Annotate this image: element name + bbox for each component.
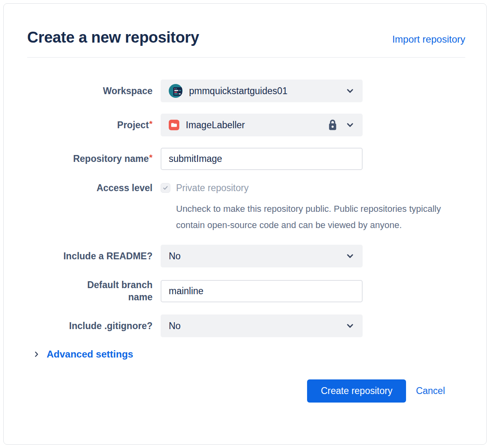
default-branch-label: Default branch name bbox=[27, 279, 153, 303]
include-gitignore-row: Include .gitignore? No bbox=[27, 314, 465, 337]
create-repository-dialog: Create a new repository Import repositor… bbox=[3, 3, 487, 445]
workspace-row: Workspace bbox=[27, 80, 465, 102]
page-title: Create a new repository bbox=[27, 28, 199, 47]
required-asterisk: * bbox=[149, 153, 153, 162]
private-repository-label: Private repository bbox=[176, 183, 249, 194]
repository-name-label: Repository name* bbox=[27, 153, 153, 165]
chevron-down-icon bbox=[346, 121, 355, 129]
dialog-footer: Create repository Cancel bbox=[27, 379, 465, 403]
project-label: Project* bbox=[27, 119, 153, 131]
private-repository-option: Private repository bbox=[161, 181, 449, 194]
access-level-help-text: Uncheck to make this repository public. … bbox=[176, 201, 449, 233]
default-branch-row: Default branch name bbox=[27, 279, 465, 303]
repository-name-input[interactable] bbox=[161, 148, 363, 170]
required-asterisk: * bbox=[149, 119, 153, 128]
private-repository-checkbox[interactable] bbox=[161, 183, 170, 193]
dialog-header: Create a new repository Import repositor… bbox=[27, 28, 465, 47]
import-repository-link[interactable]: Import repository bbox=[392, 34, 465, 45]
access-level-label: Access level bbox=[27, 181, 153, 194]
repository-name-row: Repository name* bbox=[27, 148, 465, 170]
workspace-value: pmmquickstartguides01 bbox=[189, 86, 288, 97]
advanced-settings-label: Advanced settings bbox=[47, 349, 133, 360]
chevron-down-icon bbox=[346, 86, 355, 95]
workspace-select[interactable]: pmmquickstartguides01 bbox=[161, 80, 363, 102]
project-select[interactable]: ImageLabeller bbox=[161, 114, 363, 136]
create-repository-button[interactable]: Create repository bbox=[307, 379, 406, 403]
include-readme-value: No bbox=[169, 251, 181, 262]
project-row: Project* ImageLabeller bbox=[27, 114, 465, 136]
include-gitignore-select[interactable]: No bbox=[161, 314, 363, 337]
cancel-button[interactable]: Cancel bbox=[416, 386, 445, 396]
advanced-settings-toggle[interactable]: Advanced settings bbox=[33, 349, 465, 360]
workspace-label: Workspace bbox=[27, 85, 153, 97]
include-readme-row: Include a README? No bbox=[27, 245, 465, 267]
include-gitignore-value: No bbox=[169, 321, 181, 332]
include-gitignore-label: Include .gitignore? bbox=[27, 320, 153, 332]
include-readme-select[interactable]: No bbox=[161, 245, 363, 267]
checkmark-icon bbox=[162, 185, 169, 191]
lock-icon bbox=[327, 119, 338, 131]
access-level-row: Access level Private repository Uncheck … bbox=[27, 181, 465, 233]
default-branch-input[interactable] bbox=[161, 280, 363, 302]
chevron-down-icon bbox=[346, 321, 355, 330]
include-readme-label: Include a README? bbox=[27, 250, 153, 262]
workspace-avatar-icon bbox=[169, 84, 183, 98]
header-divider bbox=[27, 57, 465, 58]
chevron-down-icon bbox=[346, 252, 355, 261]
project-value: ImageLabeller bbox=[186, 120, 245, 131]
project-folder-icon bbox=[169, 120, 179, 130]
chevron-right-icon bbox=[33, 351, 40, 358]
